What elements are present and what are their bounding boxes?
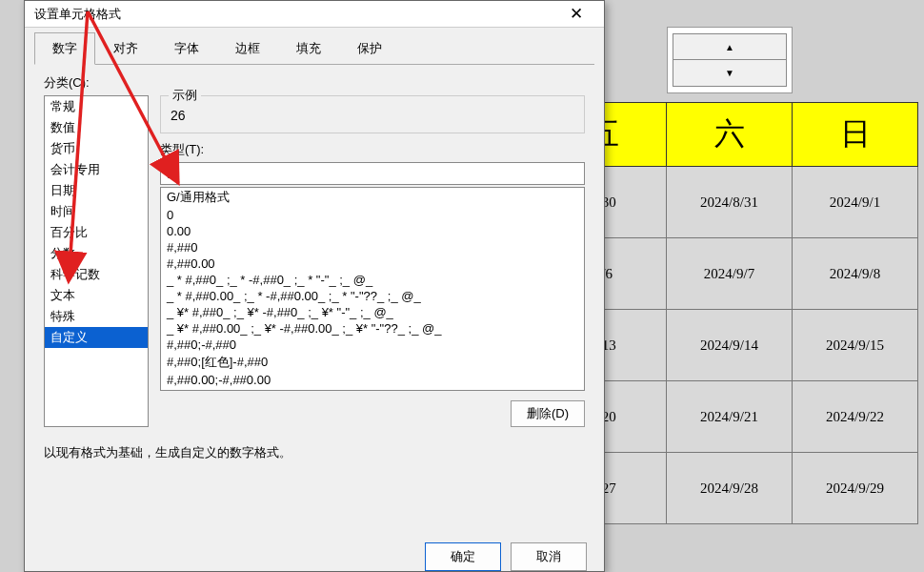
close-icon: ✕ xyxy=(570,4,583,24)
format-item[interactable]: #,##0.00;-#,##0.00 xyxy=(161,372,584,388)
tab-number[interactable]: 数字 xyxy=(34,32,95,65)
format-list[interactable]: G/通用格式 0 0.00 #,##0 #,##0.00 _ * #,##0_ … xyxy=(160,187,585,391)
format-item[interactable]: G/通用格式 xyxy=(161,188,584,207)
category-item[interactable]: 科学记数 xyxy=(45,264,148,285)
format-cells-dialog: 设置单元格格式 ✕ 数字 对齐 字体 边框 填充 保护 分类(C): 常规 数值… xyxy=(24,0,605,572)
dialog-title-bar: 设置单元格格式 ✕ xyxy=(25,1,604,28)
calendar-cell[interactable]: 2024/8/31 xyxy=(667,167,793,238)
format-item[interactable]: _ * #,##0.00_ ;_ * -#,##0.00_ ;_ * "-"??… xyxy=(161,288,584,304)
type-input[interactable] xyxy=(160,162,585,185)
weekday-header-7: 日 xyxy=(793,102,918,167)
tab-protection[interactable]: 保护 xyxy=(339,32,400,65)
dialog-title: 设置单元格格式 xyxy=(34,6,121,23)
format-item[interactable]: _ ¥* #,##0_ ;_ ¥* -#,##0_ ;_ ¥* "-"_ ;_ … xyxy=(161,304,584,320)
category-item[interactable]: 时间 xyxy=(45,201,148,222)
sample-value: 26 xyxy=(171,108,574,123)
format-item[interactable]: #,##0;[红色]-#,##0 xyxy=(161,353,584,372)
calendar-cell[interactable]: 2024/9/15 xyxy=(793,310,918,381)
category-item[interactable]: 文本 xyxy=(45,285,148,306)
category-list[interactable]: 常规 数值 货币 会计专用 日期 时间 百分比 分数 科学记数 文本 特殊 自定… xyxy=(44,95,149,427)
tab-alignment[interactable]: 对齐 xyxy=(95,32,156,65)
calendar-cell[interactable]: 2024/9/28 xyxy=(667,453,793,524)
category-item[interactable]: 分数 xyxy=(45,243,148,264)
calendar-cell[interactable]: 2024/9/29 xyxy=(793,453,918,524)
tab-font[interactable]: 字体 xyxy=(156,32,217,65)
year-spinner: ▲ ▼ xyxy=(667,27,793,93)
category-item[interactable]: 货币 xyxy=(45,138,148,159)
type-label: 类型(T): xyxy=(160,141,585,158)
tab-fill[interactable]: 填充 xyxy=(278,32,339,65)
category-item[interactable]: 数值 xyxy=(45,117,148,138)
calendar-cell[interactable]: 2024/9/7 xyxy=(667,238,793,310)
hint-text: 以现有格式为基础，生成自定义的数字格式。 xyxy=(44,444,585,461)
format-item[interactable]: #,##0.00 xyxy=(161,255,584,272)
format-item[interactable]: #,##0 xyxy=(161,239,584,255)
delete-button[interactable]: 删除(D) xyxy=(511,400,585,427)
format-item[interactable]: 0.00 xyxy=(161,223,584,239)
category-item[interactable]: 特殊 xyxy=(45,306,148,327)
format-item[interactable]: 0 xyxy=(161,207,584,223)
spinner-down-button[interactable]: ▼ xyxy=(673,60,787,87)
category-label: 分类(C): xyxy=(44,74,585,92)
category-item-custom[interactable]: 自定义 xyxy=(45,327,148,348)
category-item[interactable]: 常规 xyxy=(45,96,148,117)
format-item[interactable]: #,##0;-#,##0 xyxy=(161,337,584,353)
close-button[interactable]: ✕ xyxy=(552,2,600,27)
calendar-cell[interactable]: 2024/9/14 xyxy=(667,310,793,381)
format-item[interactable]: _ * #,##0_ ;_ * -#,##0_ ;_ * "-"_ ;_ @_ xyxy=(161,272,584,288)
category-item[interactable]: 日期 xyxy=(45,180,148,201)
cancel-button[interactable]: 取消 xyxy=(511,542,587,571)
dialog-content: 分类(C): 常规 数值 货币 会计专用 日期 时间 百分比 分数 科学记数 文… xyxy=(25,65,604,471)
ok-button[interactable]: 确定 xyxy=(425,542,501,571)
calendar-cell[interactable]: 2024/9/21 xyxy=(667,381,793,453)
sample-box: 示例 26 xyxy=(160,95,585,133)
calendar-cell[interactable]: 2024/9/22 xyxy=(793,381,918,453)
tab-strip: 数字 对齐 字体 边框 填充 保护 xyxy=(34,31,594,65)
calendar-cell[interactable]: 2024/9/1 xyxy=(793,167,918,238)
tab-border[interactable]: 边框 xyxy=(217,32,278,65)
calendar-cell[interactable]: 2024/9/8 xyxy=(793,238,918,310)
spinner-up-button[interactable]: ▲ xyxy=(673,33,787,60)
category-item[interactable]: 百分比 xyxy=(45,222,148,243)
sample-label: 示例 xyxy=(169,87,201,104)
format-item[interactable]: _ ¥* #,##0.00_ ;_ ¥* -#,##0.00_ ;_ ¥* "-… xyxy=(161,320,584,337)
category-item[interactable]: 会计专用 xyxy=(45,159,148,180)
weekday-header-6: 六 xyxy=(667,102,793,167)
